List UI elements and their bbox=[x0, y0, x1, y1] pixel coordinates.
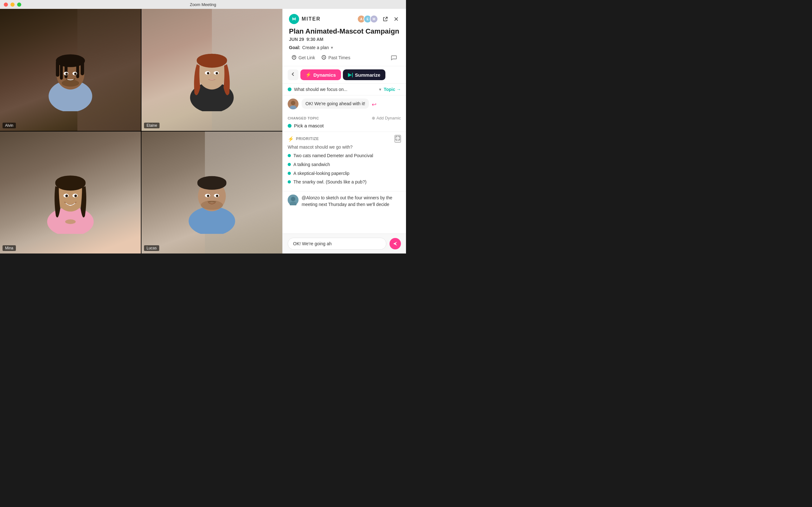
svg-point-40 bbox=[207, 194, 209, 197]
svg-rect-8 bbox=[76, 60, 79, 78]
past-times-label: Past Times bbox=[328, 55, 350, 60]
send-button[interactable] bbox=[390, 238, 401, 249]
miter-brand-name: MITER bbox=[302, 16, 321, 22]
svg-point-31 bbox=[74, 194, 77, 197]
changed-topic-item: Pick a mascot bbox=[288, 123, 401, 128]
svg-point-27 bbox=[55, 176, 85, 190]
svg-point-51 bbox=[291, 197, 295, 201]
option-dot-4 bbox=[288, 180, 291, 183]
changed-topic-label: CHANGED TOPIC bbox=[288, 116, 319, 120]
topic-item-dot-icon bbox=[288, 124, 292, 128]
external-link-button[interactable] bbox=[382, 15, 389, 22]
participant-name-elaine: Elaine bbox=[144, 123, 159, 128]
topic-link[interactable]: Topic → bbox=[384, 87, 401, 92]
svg-point-41 bbox=[216, 194, 218, 197]
tab-summarize-label: Summarize bbox=[355, 72, 380, 78]
option-dot-1 bbox=[288, 154, 291, 157]
meeting-title: Plan Animated-Mascot Campaign bbox=[289, 27, 400, 36]
comment-text: @Alonzo to sketch out the four winners b… bbox=[302, 194, 401, 208]
topic-arrow-icon: → bbox=[397, 87, 401, 92]
summarize-icon: ▶| bbox=[348, 72, 353, 78]
option-item-4: The snarky owl. (Sounds like a pub?) bbox=[288, 179, 401, 185]
topic-link-label: Topic bbox=[384, 87, 395, 92]
miter-logo: MITER bbox=[289, 14, 321, 24]
prioritize-section: ⚡ PRIORITIZE What mascot should we go wi… bbox=[283, 132, 406, 191]
lightning-prioritize-icon: ⚡ bbox=[288, 136, 294, 142]
chat-icon-button[interactable] bbox=[388, 53, 400, 62]
tab-summarize[interactable]: ▶| Summarize bbox=[343, 69, 386, 80]
participant-name-mina: Mina bbox=[3, 245, 16, 251]
svg-rect-5 bbox=[60, 60, 63, 79]
goal-value: Create a plan bbox=[302, 45, 329, 50]
svg-point-18 bbox=[197, 54, 227, 67]
svg-point-37 bbox=[197, 177, 226, 189]
close-panel-button[interactable] bbox=[393, 15, 400, 22]
changed-topic-name: Pick a mascot bbox=[294, 123, 323, 128]
option-dot-3 bbox=[288, 172, 291, 175]
svg-point-43 bbox=[292, 16, 297, 21]
message-input[interactable] bbox=[288, 238, 386, 250]
tab-dynamics-label: Dynamics bbox=[313, 72, 336, 78]
goal-dropdown-button[interactable]: ▾ bbox=[331, 45, 333, 50]
panel-top-row: MITER A E M bbox=[289, 14, 400, 24]
svg-rect-6 bbox=[65, 60, 67, 78]
comment-avatar bbox=[288, 194, 299, 205]
svg-rect-4 bbox=[56, 60, 59, 76]
miter-panel: MITER A E M bbox=[282, 9, 406, 253]
reply-icon: ↩ bbox=[372, 101, 376, 108]
option-dot-2 bbox=[288, 163, 291, 166]
svg-point-32 bbox=[65, 219, 76, 224]
titlebar: Zoom Meeting bbox=[0, 0, 406, 9]
window-title: Zoom Meeting bbox=[190, 2, 216, 7]
svg-point-22 bbox=[216, 72, 218, 74]
get-link-icon bbox=[292, 55, 297, 61]
option-item-2: A talking sandwich bbox=[288, 162, 401, 168]
add-dynamic-button[interactable]: ⊕ Add Dynamic bbox=[372, 116, 401, 120]
video-cell-lucas: Lucas bbox=[142, 131, 282, 253]
option-text-4: The snarky owl. (Sounds like a pub?) bbox=[293, 179, 366, 185]
panel-header: MITER A E M bbox=[283, 9, 406, 66]
svg-point-12 bbox=[74, 72, 77, 75]
topic-chevron-icon: ▾ bbox=[379, 87, 381, 92]
chat-message-text: OK! We're going ahead with it! bbox=[305, 101, 365, 106]
option-text-2: A talking sandwich bbox=[293, 162, 330, 168]
input-bar bbox=[283, 233, 406, 253]
tabs-row: ⚡ Dynamics ▶| Summarize bbox=[283, 66, 406, 83]
svg-point-13 bbox=[62, 79, 79, 87]
tab-back-button[interactable] bbox=[288, 69, 299, 80]
goal-label: Goal: bbox=[289, 45, 300, 50]
topic-text: What should we focus on... bbox=[294, 87, 376, 92]
comment-section: @Alonzo to sketch out the four winners b… bbox=[283, 191, 406, 211]
svg-point-48 bbox=[291, 101, 295, 105]
past-times-button[interactable]: Past Times bbox=[319, 54, 353, 62]
maximize-button[interactable] bbox=[17, 3, 21, 7]
close-button[interactable] bbox=[4, 3, 8, 7]
video-cell-elaine: Elaine bbox=[142, 9, 282, 131]
tab-dynamics[interactable]: ⚡ Dynamics bbox=[300, 69, 341, 80]
changed-topic-header: CHANGED TOPIC ⊕ Add Dynamic bbox=[288, 116, 401, 120]
svg-point-30 bbox=[65, 194, 68, 197]
chat-message: OK! We're going ahead with it! ↩ bbox=[283, 95, 406, 112]
meeting-date-text: JUN 29 bbox=[289, 37, 304, 42]
expand-button[interactable] bbox=[395, 135, 401, 143]
back-icon bbox=[291, 72, 295, 78]
topic-dot-icon bbox=[288, 88, 292, 91]
miter-logo-icon bbox=[289, 14, 299, 24]
minimize-button[interactable] bbox=[10, 3, 14, 7]
participant-avatars: A E M bbox=[357, 15, 378, 23]
clock-icon bbox=[321, 55, 326, 61]
titlebar-buttons bbox=[4, 3, 21, 7]
participant-name-lucas: Lucas bbox=[144, 245, 159, 251]
topic-bar: What should we focus on... ▾ Topic → bbox=[283, 83, 406, 95]
prioritize-label-row: ⚡ PRIORITIZE bbox=[288, 136, 319, 142]
avatar-3: M bbox=[370, 15, 378, 23]
get-link-button[interactable]: Get Link bbox=[289, 54, 317, 62]
changed-topic-section: CHANGED TOPIC ⊕ Add Dynamic Pick a masco… bbox=[283, 112, 406, 132]
goal-row: Goal: Create a plan ▾ bbox=[289, 45, 400, 50]
video-grid: Alvin bbox=[0, 9, 282, 253]
video-cell-mina: Mina bbox=[0, 131, 141, 253]
panel-top-actions: A E M bbox=[357, 15, 400, 23]
option-item-3: A skeptical-looking paperclip bbox=[288, 170, 401, 177]
main-content: Alvin bbox=[0, 9, 406, 253]
lightning-icon: ⚡ bbox=[305, 72, 311, 78]
